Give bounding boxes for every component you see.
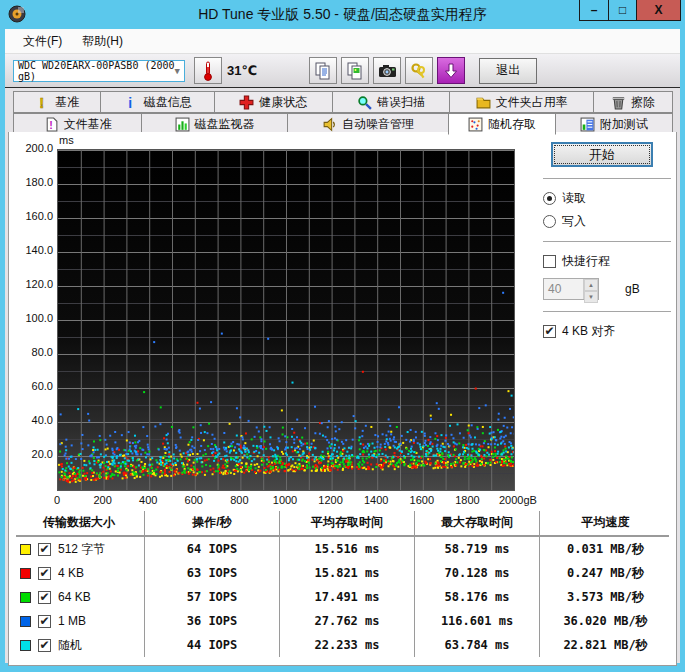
shortstroke-size-input[interactable]: 40 ▲ ▼ bbox=[543, 278, 599, 300]
avg-access-time: 22.233 ms bbox=[279, 633, 414, 657]
copy-image-button[interactable] bbox=[341, 57, 369, 84]
avg-speed: 0.031 MB/秒 bbox=[539, 537, 671, 561]
maximize-button[interactable]: □ bbox=[608, 0, 638, 21]
stats-header: 最大存取时间 bbox=[414, 511, 539, 535]
max-access-time: 58.719 ms bbox=[414, 537, 539, 561]
copy-image-icon bbox=[346, 62, 364, 80]
max-access-time: 70.128 ms bbox=[414, 561, 539, 585]
options-button[interactable] bbox=[405, 57, 433, 84]
shortstroke-value: 40 bbox=[544, 279, 583, 299]
y-tick-label: 120.0 bbox=[11, 278, 53, 290]
y-tick-label: 20.0 bbox=[11, 448, 53, 460]
align-checkbox[interactable]: ✔ 4 KB 对齐 bbox=[543, 323, 671, 340]
tab-folder[interactable]: 文件夹占用率 bbox=[449, 91, 594, 113]
exit-button[interactable]: 退出 bbox=[479, 58, 537, 84]
tab-scatter[interactable]: 随机存取 bbox=[448, 113, 555, 135]
stats-header: 平均速度 bbox=[539, 511, 671, 535]
minimize-button[interactable]: – bbox=[579, 0, 609, 21]
copy-text-icon bbox=[314, 62, 332, 80]
separator bbox=[543, 178, 671, 179]
title-bar[interactable]: HD Tune 专业版 5.50 - 硬盘/固态硬盘实用程序 – □ X bbox=[0, 0, 685, 29]
x-tick-label: 400 bbox=[139, 494, 157, 506]
series-checkbox[interactable]: ✔ bbox=[38, 567, 51, 580]
stats-row-label: ✔4 KB bbox=[14, 561, 144, 585]
read-radio[interactable]: 读取 bbox=[543, 190, 671, 207]
max-access-time: 63.784 ms bbox=[414, 633, 539, 657]
y-tick-label: 60.0 bbox=[11, 380, 53, 392]
x-tick-label: 2000gB bbox=[499, 494, 537, 506]
align-label: 4 KB 对齐 bbox=[562, 323, 615, 340]
radio-icon bbox=[543, 215, 556, 228]
x-tick-label: 1400 bbox=[364, 494, 388, 506]
series-checkbox[interactable]: ✔ bbox=[38, 615, 51, 628]
menu-help[interactable]: 帮助(H) bbox=[72, 30, 133, 53]
x-tick-label: 1000 bbox=[273, 494, 297, 506]
close-button[interactable]: X bbox=[636, 0, 681, 21]
series-checkbox[interactable]: ✔ bbox=[38, 591, 51, 604]
keys-icon bbox=[410, 62, 428, 80]
iops-value: 64 IOPS bbox=[144, 537, 279, 561]
health-cross-icon bbox=[239, 95, 254, 109]
spinner[interactable]: ▲ ▼ bbox=[583, 279, 598, 299]
x-tick-label: 1200 bbox=[318, 494, 342, 506]
tab-label: 自动噪音管理 bbox=[342, 116, 414, 133]
checkbox-icon: ✔ bbox=[543, 325, 556, 338]
start-button[interactable]: 开始 bbox=[551, 142, 653, 167]
x-tick-label: 600 bbox=[185, 494, 203, 506]
hdtune-window: HD Tune 专业版 5.50 - 硬盘/固态硬盘实用程序 – □ X 文件(… bbox=[0, 0, 685, 672]
avg-access-time: 15.821 ms bbox=[279, 561, 414, 585]
bar-monitor-icon bbox=[175, 117, 190, 131]
avg-access-time: 27.762 ms bbox=[279, 609, 414, 633]
series-label: 4 KB bbox=[58, 566, 84, 580]
svg-text:!: ! bbox=[40, 95, 45, 110]
copy-text-button[interactable] bbox=[309, 57, 337, 84]
radio-icon bbox=[543, 192, 556, 205]
shortstroke-checkbox[interactable]: 快捷行程 bbox=[543, 253, 671, 270]
exclamation-icon: ! bbox=[35, 95, 50, 109]
y-tick-label: 200.0 bbox=[11, 142, 53, 154]
avg-speed: 0.247 MB/秒 bbox=[539, 561, 671, 585]
update-button[interactable] bbox=[437, 57, 465, 84]
checkbox-icon bbox=[543, 255, 556, 268]
y-tick-label: 160.0 bbox=[11, 210, 53, 222]
iops-value: 57 IOPS bbox=[144, 585, 279, 609]
series-color-swatch bbox=[20, 640, 31, 651]
tab-health-cross[interactable]: 健康状态 bbox=[214, 91, 333, 113]
stats-header: 平均存取时间 bbox=[279, 511, 414, 535]
series-checkbox[interactable]: ✔ bbox=[38, 543, 51, 556]
menu-file[interactable]: 文件(F) bbox=[13, 30, 72, 53]
stats-header: 操作/秒 bbox=[144, 511, 279, 535]
test-controls: 开始 读取 写入 快捷行程 40 ▲ ▼ bbox=[543, 142, 671, 346]
drive-select[interactable]: WDC WD20EARX-00PASB0 (2000 gB) ▼ bbox=[13, 60, 185, 82]
tab-magnifier[interactable]: 错误扫描 bbox=[332, 91, 451, 113]
menu-bar: 文件(F) 帮助(H) bbox=[5, 29, 680, 54]
spin-down-icon[interactable]: ▼ bbox=[584, 291, 598, 303]
drive-select-value: WDC WD20EARX-00PASB0 (2000 gB) bbox=[18, 60, 175, 82]
svg-text:!: ! bbox=[49, 119, 53, 131]
write-radio[interactable]: 写入 bbox=[543, 213, 671, 230]
tab-exclamation[interactable]: !基准 bbox=[13, 91, 101, 113]
temperature-button[interactable] bbox=[194, 57, 222, 84]
spin-up-icon[interactable]: ▲ bbox=[584, 279, 598, 291]
avg-speed: 36.020 MB/秒 bbox=[539, 609, 671, 633]
down-arrow-icon bbox=[444, 63, 458, 79]
series-label: 1 MB bbox=[58, 614, 86, 628]
tab-info[interactable]: i磁盘信息 bbox=[100, 91, 214, 113]
chevron-down-icon: ▼ bbox=[175, 66, 180, 76]
tab-label: 磁盘信息 bbox=[144, 94, 192, 111]
series-checkbox[interactable]: ✔ bbox=[38, 639, 51, 652]
screenshot-button[interactable] bbox=[373, 57, 401, 84]
tab-label: 错误扫描 bbox=[377, 94, 425, 111]
scatter-plot bbox=[57, 149, 515, 491]
shortstroke-label: 快捷行程 bbox=[562, 253, 610, 270]
trash-icon bbox=[611, 95, 626, 109]
stats-row-label: ✔512 字节 bbox=[14, 537, 144, 561]
extra-chart-icon bbox=[580, 117, 595, 131]
series-label: 64 KB bbox=[58, 590, 91, 604]
temperature-value: 31℃ bbox=[227, 63, 257, 78]
tab-label: 健康状态 bbox=[259, 94, 307, 111]
tab-trash[interactable]: 擦除 bbox=[593, 91, 673, 113]
max-access-time: 116.601 ms bbox=[414, 609, 539, 633]
stats-row-label: ✔64 KB bbox=[14, 585, 144, 609]
stats-row-label: ✔1 MB bbox=[14, 609, 144, 633]
